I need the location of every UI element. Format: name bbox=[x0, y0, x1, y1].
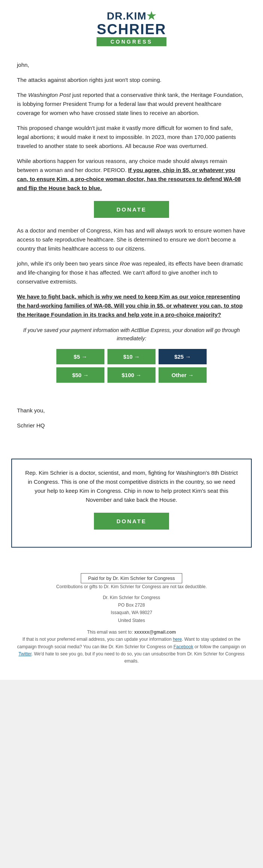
signature: Schrier HQ bbox=[17, 421, 246, 430]
donate-button-wrap: DONATE bbox=[17, 201, 246, 218]
para5: As a doctor and member of Congress, Kim … bbox=[17, 226, 246, 253]
para3-roe: Roe bbox=[156, 143, 166, 149]
para4: While abortions happen for various reaso… bbox=[17, 157, 246, 193]
para6-start: john, while it's only been two years sin… bbox=[17, 260, 120, 267]
facebook-link[interactable]: Facebook bbox=[174, 644, 193, 649]
para2-pub: Washington Post bbox=[28, 92, 71, 98]
donate-button[interactable]: DONATE bbox=[94, 201, 169, 218]
para6: john, while it's only been two years sin… bbox=[17, 259, 246, 286]
info-donate-btn-wrap: DONATE bbox=[23, 513, 240, 530]
twitter-link[interactable]: Twitter bbox=[18, 651, 32, 657]
address-line3: Issaquah, WA 98027 bbox=[111, 610, 152, 615]
email-sent-to: This email was sent to: bbox=[87, 629, 134, 635]
amount-button-2[interactable]: $25 → bbox=[159, 349, 207, 364]
donation-italic: If you've saved your payment information… bbox=[17, 326, 246, 343]
para3-end: was overturned. bbox=[166, 143, 208, 149]
unsub-text3: or follow the campaign on bbox=[193, 644, 246, 649]
para3: This proposed change wouldn't just make … bbox=[17, 124, 246, 151]
para7-link: We have to fight back, which is why we n… bbox=[17, 293, 243, 318]
unsub-text4: . We'd hate to see you go, but if you ne… bbox=[32, 651, 245, 664]
footer-address: Dr. Kim Schrier for Congress PO Box 2728… bbox=[0, 594, 263, 625]
footer-not-deductible: Contributions or gifts to Dr. Kim Schrie… bbox=[0, 584, 263, 589]
amount-button-4[interactable]: $100 → bbox=[107, 367, 156, 383]
address-line2: PO Box 2728 bbox=[118, 602, 145, 608]
logo-top-text: DR.KIM bbox=[107, 10, 147, 22]
email-wrapper: DR.KIM★ SCHRIER CONGRESS john, The attac… bbox=[0, 0, 263, 680]
para2: The Washington Post just reported that a… bbox=[17, 91, 246, 118]
footer-email-text: This email was sent to: xxxxxx@gmail.com… bbox=[0, 629, 263, 672]
unsub-text1: If that is not your preferred email addr… bbox=[23, 637, 173, 642]
amount-button-5[interactable]: Other → bbox=[159, 367, 207, 383]
info-box-text: Rep. Kim Schrier is a doctor, scientist,… bbox=[23, 468, 240, 504]
email-header: DR.KIM★ SCHRIER CONGRESS bbox=[0, 0, 263, 53]
logo-congress: CONGRESS bbox=[97, 37, 166, 46]
amount-button-3[interactable]: $50 → bbox=[56, 367, 104, 383]
logo-star: ★ bbox=[147, 10, 156, 22]
logo-top: DR.KIM★ bbox=[97, 11, 166, 22]
amount-grid: $5 →$10 →$25 →$50 →$100 →Other → bbox=[56, 349, 207, 383]
here-link[interactable]: here bbox=[173, 637, 182, 642]
para1: The attacks against abortion rights just… bbox=[17, 75, 246, 85]
email-address: xxxxxx@gmail.com bbox=[134, 629, 176, 635]
logo: DR.KIM★ SCHRIER CONGRESS bbox=[97, 11, 166, 46]
email-content: john, The attacks against abortion right… bbox=[0, 53, 263, 444]
logo-schrier: SCHRIER bbox=[97, 22, 166, 36]
address-line1: Dr. Kim Schrier for Congress bbox=[103, 595, 160, 600]
footer-paid: Paid for by Dr. Kim Schrier for Congress bbox=[0, 575, 263, 581]
amount-button-0[interactable]: $5 → bbox=[56, 349, 104, 364]
greeting: john, bbox=[17, 60, 246, 69]
para6-roe: Roe bbox=[120, 260, 130, 267]
info-box: Rep. Kim Schrier is a doctor, scientist,… bbox=[11, 459, 252, 548]
thank-you: Thank you, bbox=[17, 406, 246, 415]
donation-amounts: If you've saved your payment information… bbox=[17, 326, 246, 383]
para2-start: The bbox=[17, 92, 28, 98]
address-line4: United States bbox=[118, 618, 145, 623]
amount-button-1[interactable]: $10 → bbox=[107, 349, 156, 364]
para7: We have to fight back, which is why we n… bbox=[17, 292, 246, 319]
info-donate-button[interactable]: DONATE bbox=[94, 513, 169, 530]
paid-by-text: Paid for by Dr. Kim Schrier for Congress bbox=[81, 573, 182, 583]
